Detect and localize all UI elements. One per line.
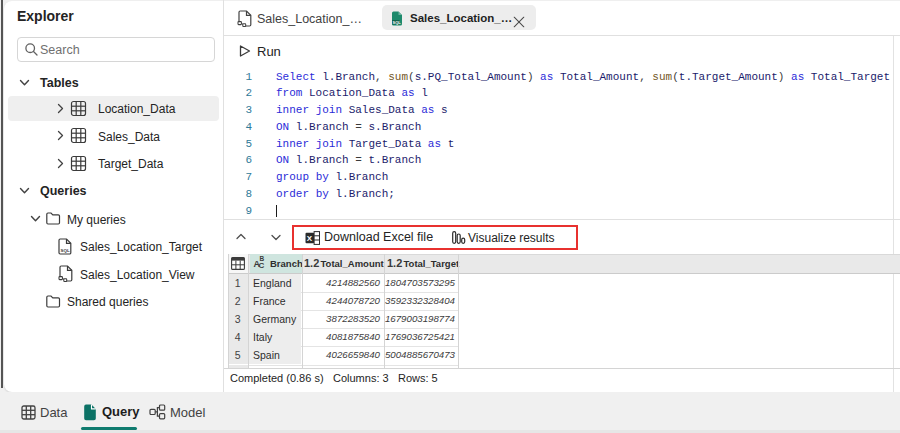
svg-text:SQL: SQL xyxy=(393,20,402,25)
svg-text:SQL: SQL xyxy=(61,248,70,253)
svg-text:X: X xyxy=(307,234,313,243)
